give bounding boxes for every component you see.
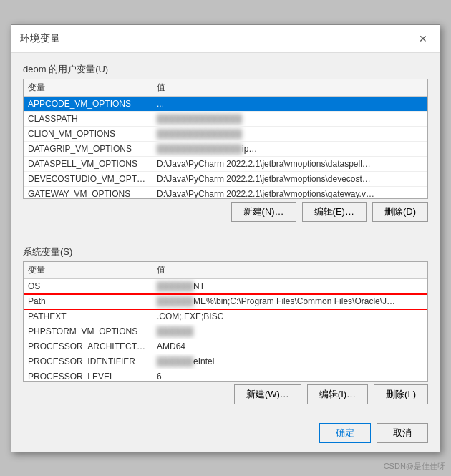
system-variables-section: 系统变量(S) 变量 值 OS██████NTPath██████ME%\bin… xyxy=(23,246,428,407)
user-var-value: ██████████████ xyxy=(152,112,427,126)
sys-var-value: ██████ xyxy=(152,324,427,339)
user-table-row[interactable]: GATEWAY_VM_OPTIONSD:\Java\PyCharm 2022.2… xyxy=(24,187,427,199)
watermark: CSDN@是佳佳呀 xyxy=(384,461,445,472)
sys-col2-header: 值 xyxy=(152,262,427,278)
cancel-button[interactable]: 取消 xyxy=(377,423,428,443)
sys-edit-button[interactable]: 编辑(I)… xyxy=(307,384,368,404)
user-col1-header: 变量 xyxy=(24,79,152,96)
dialog-content: deom 的用户变量(U) 变量 值 APPCODE_VM_OPTIONS...… xyxy=(11,53,440,417)
sys-var-value: .COM;.EXE;BISC xyxy=(152,309,427,324)
user-var-name: GATEWAY_VM_OPTIONS xyxy=(24,187,152,199)
system-variables-table[interactable]: 变量 值 OS██████NTPath██████ME%\bin;C:\Prog… xyxy=(23,261,428,382)
user-table-header: 变量 值 xyxy=(24,79,427,97)
title-bar: 环境变量 ✕ xyxy=(11,25,440,53)
user-variables-table[interactable]: 变量 值 APPCODE_VM_OPTIONS...CLASSPATH█████… xyxy=(23,79,428,199)
sys-table-row[interactable]: OS██████NT xyxy=(24,279,427,294)
sys-var-name: PROCESSOR_ARCHITECT… xyxy=(24,339,152,354)
sys-var-name: OS xyxy=(24,279,152,293)
sys-table-row[interactable]: PROCESSOR_LEVEL6 xyxy=(24,369,427,382)
user-var-name: DATAGRIP_VM_OPTIONS xyxy=(24,142,152,156)
user-table-row[interactable]: DEVECOSTUDIO_VM_OPT…D:\Java\PyCharm 2022… xyxy=(24,172,427,187)
system-section-label: 系统变量(S) xyxy=(23,246,428,258)
user-table-row[interactable]: DATASPELL_VM_OPTIONSD:\Java\PyCharm 2022… xyxy=(24,157,427,172)
system-table-header: 变量 值 xyxy=(24,262,427,279)
sys-var-value: 6 xyxy=(152,369,427,382)
sys-var-value: ██████eIntel xyxy=(152,354,427,369)
user-var-name: DATASPELL_VM_OPTIONS xyxy=(24,157,152,171)
user-var-value: ██████████████ xyxy=(152,127,427,141)
user-var-name: CLASSPATH xyxy=(24,112,152,126)
user-var-value: ██████████████ip… xyxy=(152,142,427,156)
user-table-body: APPCODE_VM_OPTIONS...CLASSPATH██████████… xyxy=(24,97,427,199)
sys-table-row[interactable]: PROCESSOR_ARCHITECT…AMD64 xyxy=(24,339,427,354)
environment-variables-dialog: 环境变量 ✕ deom 的用户变量(U) 变量 值 APPCODE_VM_OPT… xyxy=(11,24,440,452)
section-divider xyxy=(23,235,428,235)
sys-new-button[interactable]: 新建(W)… xyxy=(234,384,301,404)
sys-var-name: PHPSTORM_VM_OPTIONS xyxy=(24,324,152,339)
sys-var-value: AMD64 xyxy=(152,339,427,354)
sys-col1-header: 变量 xyxy=(24,262,152,278)
sys-var-name: PROCESSOR_LEVEL xyxy=(24,369,152,382)
dialog-title: 环境变量 xyxy=(20,32,60,45)
user-var-value: D:\Java\PyCharm 2022.2.1\jetbra\vmoption… xyxy=(152,187,427,199)
sys-delete-button[interactable]: 删除(L) xyxy=(374,384,428,404)
user-section-label: deom 的用户变量(U) xyxy=(23,63,428,76)
sys-var-name: PROCESSOR_IDENTIFIER xyxy=(24,354,152,369)
user-col2-header: 值 xyxy=(152,79,427,96)
user-var-value: D:\Java\PyCharm 2022.2.1\jetbra\vmoption… xyxy=(152,157,427,171)
sys-var-name: Path xyxy=(24,294,152,309)
close-button[interactable]: ✕ xyxy=(415,31,431,47)
user-edit-button[interactable]: 编辑(E)… xyxy=(302,202,367,222)
sys-table-row[interactable]: Path██████ME%\bin;C:\Program Files\Commo… xyxy=(24,294,427,309)
user-table-row[interactable]: CLASSPATH██████████████ xyxy=(24,112,427,127)
user-buttons-row: 新建(N)… 编辑(E)… 删除(D) xyxy=(23,199,428,225)
user-table-row[interactable]: CLION_VM_OPTIONS██████████████ xyxy=(24,127,427,142)
sys-table-row[interactable]: PROCESSOR_IDENTIFIER██████eIntel xyxy=(24,354,427,369)
sys-table-row[interactable]: PHPSTORM_VM_OPTIONS██████ xyxy=(24,324,427,339)
user-table-row[interactable]: APPCODE_VM_OPTIONS... xyxy=(24,97,427,112)
user-var-name: CLION_VM_OPTIONS xyxy=(24,127,152,141)
user-variables-section: deom 的用户变量(U) 变量 值 APPCODE_VM_OPTIONS...… xyxy=(23,63,428,225)
footer-buttons: 确定 取消 xyxy=(11,417,440,452)
user-var-value: D:\Java\PyCharm 2022.2.1\jetbra\vmoption… xyxy=(152,172,427,186)
ok-button[interactable]: 确定 xyxy=(319,423,371,443)
sys-var-name: PATHEXT xyxy=(24,309,152,324)
user-table-row[interactable]: DATAGRIP_VM_OPTIONS██████████████ip… xyxy=(24,142,427,157)
sys-table-row[interactable]: PATHEXT.COM;.EXE;BISC xyxy=(24,309,427,324)
sys-var-value: ██████ME%\bin;C:\Program Files\Common Fi… xyxy=(152,294,427,309)
user-var-value: ... xyxy=(152,97,427,111)
sys-buttons-row: 新建(W)… 编辑(I)… 删除(L) xyxy=(23,382,428,407)
user-new-button[interactable]: 新建(N)… xyxy=(231,202,296,222)
sys-table-body: OS██████NTPath██████ME%\bin;C:\Program F… xyxy=(24,279,427,382)
sys-var-value: ██████NT xyxy=(152,279,427,293)
user-var-name: DEVECOSTUDIO_VM_OPT… xyxy=(24,172,152,186)
user-var-name: APPCODE_VM_OPTIONS xyxy=(24,97,152,111)
user-delete-button[interactable]: 删除(D) xyxy=(372,202,428,222)
